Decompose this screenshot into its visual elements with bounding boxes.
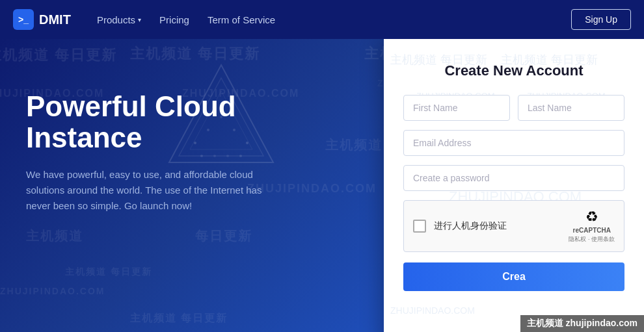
nav-links: Products ▾ Pricing Term of Service (97, 14, 571, 25)
recaptcha-links: 隐私权 · 使用条款 (569, 235, 615, 244)
logo-icon: >_ (13, 9, 34, 30)
recaptcha-widget[interactable]: 进行人机身份验证 ♻ reCAPTCHA 隐私权 · 使用条款 (403, 200, 624, 252)
recaptcha-logo-icon: ♻ (585, 209, 598, 225)
wm-text-9: 每日更新 (195, 227, 252, 245)
nav-pricing[interactable]: Pricing (159, 14, 189, 25)
logo-text: DMIT (39, 12, 71, 27)
password-group (403, 165, 624, 191)
recaptcha-brand: reCAPTCHA (573, 227, 611, 234)
wm-text-2: 主机频道 每日更新 (130, 44, 260, 64)
bottom-watermark: 主机频道 zhujipindao.com (520, 315, 644, 332)
first-name-input[interactable] (403, 95, 510, 121)
products-chevron-icon: ▾ (138, 16, 141, 23)
recaptcha-left: 进行人机身份验证 (413, 220, 507, 233)
hero-content: Powerful Cloud Instance We have powerful… (26, 65, 364, 214)
name-row (403, 95, 624, 121)
signup-form-panel: 主机频道 每日更新 主机频道 每日更新 ZHUJIPINDAO.COM ZHUJ… (384, 39, 644, 332)
wm-text-11: ZHUJIPINDAO.COM (0, 286, 105, 296)
hero-section: 主机频道 每日更新 主机频道 每日更新 主机频道 每日更新 ZHUJIPINDA… (0, 39, 644, 332)
create-account-button[interactable]: Crea (403, 262, 624, 291)
hero-subtitle: We have powerful, easy to use, and affor… (26, 167, 273, 214)
hero-title: Powerful Cloud Instance (26, 91, 364, 154)
email-input[interactable] (403, 130, 624, 156)
form-title: Create New Account (403, 62, 624, 79)
nav-products[interactable]: Products ▾ (97, 14, 141, 25)
recaptcha-label: 进行人机身份验证 (434, 220, 507, 232)
wm-text-12: 主机频道 每日更新 (130, 312, 228, 326)
logo[interactable]: >_ DMIT (13, 9, 71, 30)
password-input[interactable] (403, 165, 624, 191)
navbar: >_ DMIT Products ▾ Pricing Term of Servi… (0, 0, 644, 39)
recaptcha-right: ♻ reCAPTCHA 隐私权 · 使用条款 (569, 209, 615, 244)
nav-terms[interactable]: Term of Service (208, 14, 275, 25)
email-group (403, 130, 624, 156)
wm-text-1: 主机频道 每日更新 (0, 45, 117, 65)
fp-wm-9: ZHUJIPINDAO.COM (390, 305, 475, 316)
last-name-input[interactable] (518, 95, 624, 121)
wm-text-8: 主机频道 (26, 227, 83, 245)
recaptcha-checkbox[interactable] (413, 220, 426, 233)
signup-button[interactable]: Sign Up (571, 9, 631, 30)
wm-text-10: 主机频道 每日更新 (65, 266, 152, 278)
